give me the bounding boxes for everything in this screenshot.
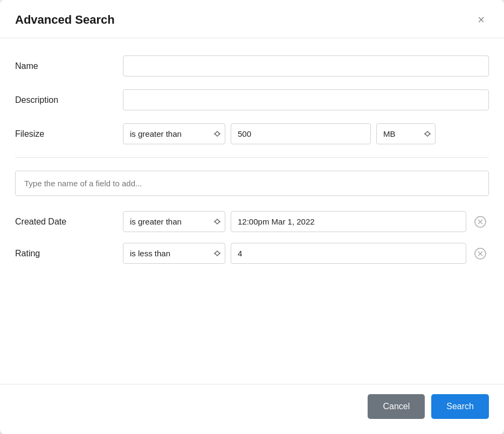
- filesize-row: Filesize is greater than is less than is…: [15, 123, 489, 144]
- separator: [15, 157, 489, 158]
- remove-created-date-icon: [474, 215, 487, 228]
- remove-created-date-button[interactable]: [472, 213, 489, 230]
- rating-controls: is less than is greater than is equal to: [123, 243, 489, 264]
- name-label: Name: [15, 61, 123, 71]
- filesize-unit-select[interactable]: MB KB GB: [376, 123, 436, 144]
- filesize-value-input[interactable]: [231, 123, 371, 144]
- description-label: Description: [15, 95, 123, 105]
- created-date-comparator-select[interactable]: is greater than is less than is equal to: [123, 211, 225, 232]
- rating-comparator-select[interactable]: is less than is greater than is equal to: [123, 243, 225, 264]
- rating-label: Rating: [15, 249, 123, 258]
- rating-value-input[interactable]: [231, 243, 466, 264]
- name-row: Name: [15, 55, 489, 76]
- remove-rating-icon: [474, 247, 487, 260]
- description-row: Description: [15, 89, 489, 110]
- created-date-value-input[interactable]: [231, 211, 466, 232]
- created-date-label: Created Date: [15, 217, 123, 227]
- name-controls: [123, 55, 489, 76]
- dialog-header: Advanced Search ×: [0, 0, 504, 38]
- close-button[interactable]: ×: [473, 12, 489, 28]
- remove-rating-button[interactable]: [472, 245, 489, 262]
- description-input[interactable]: [123, 89, 489, 110]
- description-controls: [123, 89, 489, 110]
- filesize-label: Filesize: [15, 129, 123, 139]
- dynamic-row-created-date: Created Date is greater than is less tha…: [15, 211, 489, 232]
- filesize-controls: is greater than is less than is equal to…: [123, 123, 489, 144]
- dynamic-row-rating: Rating is less than is greater than is e…: [15, 243, 489, 264]
- field-add-input[interactable]: [15, 171, 489, 196]
- advanced-search-dialog: Advanced Search × Name Description Files…: [0, 0, 504, 434]
- dialog-body: Name Description Filesize is greater tha…: [0, 38, 504, 384]
- search-button[interactable]: Search: [431, 394, 489, 419]
- created-date-controls: is greater than is less than is equal to: [123, 211, 489, 232]
- name-input[interactable]: [123, 55, 489, 76]
- dialog-title: Advanced Search: [15, 13, 115, 27]
- filesize-comparator-select[interactable]: is greater than is less than is equal to: [123, 123, 225, 144]
- dialog-footer: Cancel Search: [0, 384, 504, 434]
- cancel-button[interactable]: Cancel: [368, 394, 425, 419]
